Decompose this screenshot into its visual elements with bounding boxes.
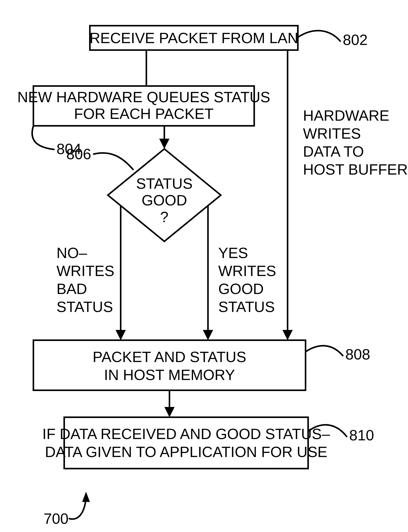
leader-808 bbox=[306, 346, 343, 356]
label-hw-l4: HOST BUFFER bbox=[303, 161, 408, 178]
arrow-804-to-806 bbox=[159, 139, 169, 149]
label-yes-l4: STATUS bbox=[218, 298, 275, 315]
node-status-good-l1: STATUS bbox=[136, 175, 193, 192]
node-packet-in-memory-l2: IN HOST MEMORY bbox=[104, 366, 235, 383]
label-yes-l2: WRITES bbox=[218, 262, 276, 279]
node-queue-status-l2: FOR EACH PACKET bbox=[74, 105, 214, 122]
leader-804 bbox=[32, 126, 54, 149]
label-no-l1: NO– bbox=[56, 244, 87, 261]
label-hw-l3: DATA TO bbox=[303, 143, 364, 160]
label-hw-l1: HARDWARE bbox=[303, 107, 389, 124]
flowchart: RECEIVE PACKET FROM LAN 802 NEW HARDWARE… bbox=[0, 0, 408, 532]
node-status-good-l2: GOOD bbox=[141, 192, 187, 208]
leader-806 bbox=[94, 153, 133, 169]
label-no-l4: STATUS bbox=[56, 298, 113, 315]
node-data-given-l1: IF DATA RECEIVED AND GOOD STATUS– bbox=[42, 425, 330, 442]
label-no-l2: WRITES bbox=[56, 262, 115, 279]
ref-808: 808 bbox=[345, 346, 370, 363]
arrow-808-to-810 bbox=[164, 407, 175, 417]
label-no-l3: BAD bbox=[56, 280, 87, 297]
label-yes-l1: YES bbox=[218, 244, 248, 261]
ref-810: 810 bbox=[349, 427, 374, 443]
ref-802: 802 bbox=[343, 31, 368, 48]
label-hw-l2: WRITES bbox=[303, 125, 361, 142]
arrow-700 bbox=[82, 492, 90, 502]
node-data-given bbox=[64, 417, 308, 469]
node-status-good-l3: ? bbox=[160, 208, 168, 225]
leader-802 bbox=[298, 31, 340, 41]
figure-ref: 700 bbox=[44, 510, 69, 527]
node-receive-packet-label: RECEIVE PACKET FROM LAN bbox=[89, 30, 298, 46]
node-data-given-l2: DATA GIVEN TO APPLICATION FOR USE bbox=[45, 443, 327, 460]
node-queue-status-l1: NEW HARDWARE QUEUES STATUS bbox=[17, 89, 270, 105]
arrow-no-to-808 bbox=[116, 330, 126, 340]
node-packet-in-memory-l1: PACKET AND STATUS bbox=[93, 348, 246, 365]
arrow-802-to-808 bbox=[282, 330, 293, 340]
ref-806: 806 bbox=[66, 146, 91, 162]
arrow-yes-to-808 bbox=[203, 330, 213, 340]
label-yes-l3: GOOD bbox=[218, 280, 264, 297]
